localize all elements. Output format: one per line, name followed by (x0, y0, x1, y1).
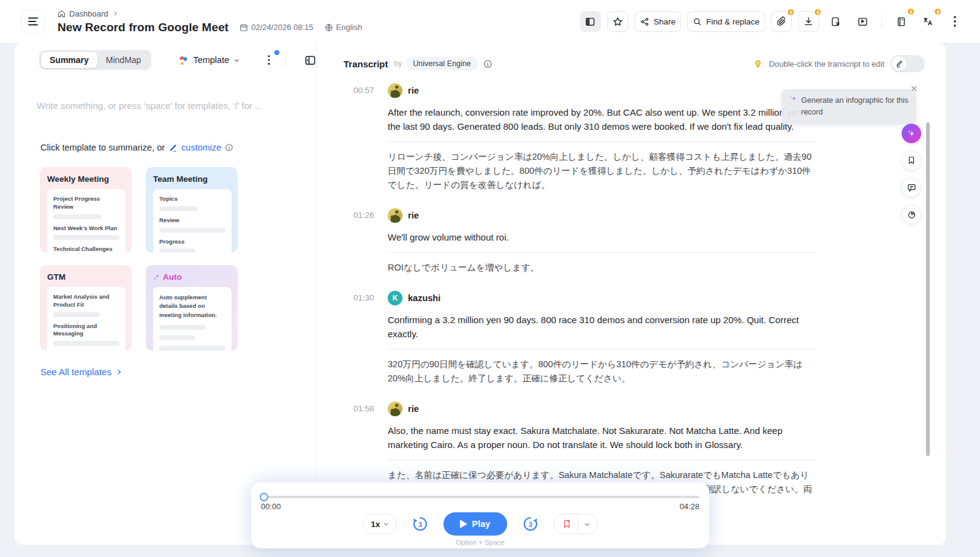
speaker-name[interactable]: kazushi (408, 293, 440, 303)
ai-suggestion-tooltip[interactable]: Generate an infographic for this record (782, 89, 916, 124)
forward-3-button[interactable]: 3 (522, 515, 539, 533)
share-button[interactable]: Share (635, 11, 681, 32)
record-language[interactable]: English (325, 23, 363, 32)
audio-player: 00:00 04:28 1x 3 Play (251, 482, 709, 548)
sparkle-icon (153, 274, 160, 281)
calendar-icon (239, 23, 248, 32)
main-area: Summary MindMap Template Write somethin (0, 43, 980, 557)
pencil-icon (168, 143, 178, 152)
svg-text:3: 3 (528, 521, 532, 528)
search-icon (693, 17, 702, 26)
chevron-down-icon (233, 57, 240, 64)
bookmark-list-button[interactable] (902, 151, 921, 170)
play-button[interactable]: Play (443, 512, 507, 536)
pro-badge-icon (786, 8, 795, 17)
play-icon (460, 520, 467, 528)
download-icon (804, 17, 813, 26)
edit-mode-toggle[interactable] (891, 55, 925, 72)
tooltip-text: Generate an infographic for this record (801, 95, 909, 119)
download-button[interactable] (798, 11, 819, 32)
transcript-translation[interactable]: 320万円の90日間を確認しています。800件のリードから310件のデモが予約さ… (388, 357, 816, 386)
rewind-3-button[interactable]: 3 (412, 515, 429, 533)
more-options-button[interactable] (944, 11, 965, 32)
transcript-text[interactable]: Confirming a 3.2 million yen 90 days. 80… (388, 313, 816, 341)
tab-mindmap[interactable]: MindMap (97, 52, 150, 68)
add-bookmark-control (554, 514, 598, 534)
template-dropdown[interactable]: Template (178, 55, 240, 65)
pro-badge-icon (813, 8, 822, 17)
clipboard-arrow-icon (831, 17, 841, 27)
transcript-translation[interactable]: ROIなしでボリュームを増やします。 (388, 261, 816, 275)
analytics-button[interactable] (902, 204, 921, 224)
template-card-auto[interactable]: Auto Auto supplement details based on me… (146, 265, 238, 351)
export-notes-button[interactable] (825, 11, 846, 32)
translate-button[interactable] (918, 11, 938, 32)
timestamp[interactable]: 01:30 (353, 291, 388, 386)
collapse-panel-button[interactable] (304, 54, 316, 66)
pie-chart-icon (907, 210, 916, 219)
shortcut-hint: Option + Space (261, 539, 699, 546)
template-card-team-meeting[interactable]: Team Meeting Topics Review Progress (146, 167, 238, 253)
info-icon (225, 143, 233, 152)
info-icon (483, 59, 492, 69)
timestamp[interactable]: 01:26 (353, 208, 388, 275)
translate-icon (922, 16, 933, 27)
breadcrumb[interactable]: Dashboard (58, 9, 362, 18)
template-card-title: Team Meeting (153, 174, 232, 184)
timestamp[interactable]: 00:57 (353, 83, 388, 192)
lightbulb-icon (753, 59, 763, 69)
avatar (388, 83, 402, 98)
transcript-text[interactable]: Also, the name must stay exact. Sakura M… (388, 424, 816, 452)
notebook-button[interactable] (891, 11, 911, 32)
template-preview: Topics Review Progress (153, 189, 232, 253)
transcript-entry: 01:26 rie We'll grow volume without roi.… (353, 208, 946, 275)
avatar (388, 402, 402, 416)
ai-assistant-button[interactable] (902, 124, 921, 143)
hamburger-menu-button[interactable] (21, 9, 45, 34)
record-datetime: 02/24/2026 08:15 (239, 23, 313, 32)
engine-selector[interactable]: Universal Engine (407, 57, 477, 70)
toggle-sidebar-button[interactable] (580, 11, 601, 32)
comment-icon (907, 183, 916, 192)
close-icon[interactable]: ✕ (910, 83, 918, 94)
template-preview: Auto supplement details based on meeting… (153, 287, 232, 351)
transcript-text[interactable]: We'll grow volume without roi. (388, 230, 816, 244)
speaker-name[interactable]: rie (408, 211, 419, 220)
panel-left-icon (585, 17, 595, 27)
see-all-templates-link[interactable]: See All templates (40, 367, 316, 377)
find-replace-button[interactable]: Find & replace (687, 11, 765, 32)
summary-editor[interactable]: Write something, or press ‘space’ for te… (37, 100, 316, 111)
add-bookmark-button[interactable] (554, 519, 578, 529)
transcript-title: Transcript (344, 59, 388, 69)
page-title[interactable]: New Record from Google Meet (58, 21, 228, 34)
by-label: by (394, 59, 402, 68)
template-card-title: Auto (163, 272, 182, 282)
summary-mindmap-tabs: Summary MindMap (39, 50, 151, 70)
scrollbar[interactable] (926, 122, 930, 456)
transcript-translation[interactable]: リローンチ後、コンバージョン率は20%向上しました。しかし、顧客獲得コストも上昇… (388, 150, 816, 192)
template-card-weekly-meeting[interactable]: Weekly Meeting Project Progress Review N… (40, 167, 132, 253)
summary-more-button[interactable] (262, 53, 276, 67)
move-to-folder-button[interactable] (852, 11, 873, 32)
customize-link[interactable]: customize (181, 143, 221, 152)
top-header: Dashboard New Record from Google Meet 02… (0, 0, 980, 43)
progress-bar[interactable] (261, 496, 699, 498)
ai-sparkle-icon (907, 129, 916, 138)
template-icon (178, 55, 189, 65)
template-preview: Market Analysis and Product Fit Position… (47, 287, 126, 351)
transcript-text[interactable]: After the relaunch, conversion rate impr… (388, 105, 816, 133)
divider (285, 53, 286, 67)
bookmark-icon (907, 156, 916, 165)
attachment-button[interactable] (771, 11, 792, 32)
speaker-name[interactable]: rie (408, 404, 419, 414)
tab-summary[interactable]: Summary (41, 52, 97, 68)
speaker-name[interactable]: rie (408, 86, 419, 95)
progress-handle[interactable] (260, 493, 268, 501)
bookmark-options-button[interactable] (578, 521, 597, 528)
favorite-button[interactable] (607, 11, 628, 32)
playback-speed-selector[interactable]: 1x (363, 514, 396, 534)
template-card-gtm[interactable]: GTM Market Analysis and Product Fit Posi… (40, 265, 132, 351)
avatar: K (388, 291, 402, 305)
comments-button[interactable] (902, 178, 921, 197)
breadcrumb-label[interactable]: Dashboard (69, 9, 108, 18)
